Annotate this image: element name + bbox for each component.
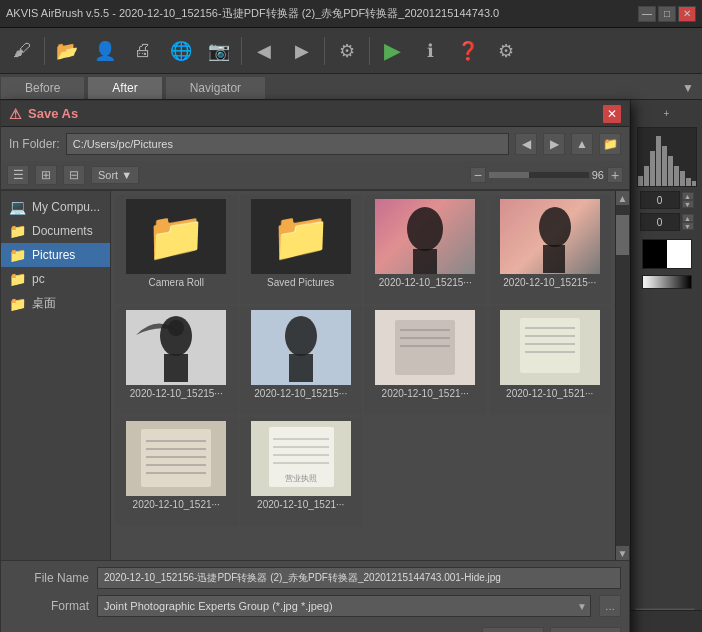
- tab-arrow[interactable]: ▼: [674, 77, 702, 99]
- view-grid-button[interactable]: ⊟: [63, 165, 85, 185]
- list-item[interactable]: 2020-12-10_1521···: [115, 417, 238, 526]
- sidebar-item-mycomputer[interactable]: 💻 My Compu...: [1, 195, 110, 219]
- right-panel: + ▲ ▼: [630, 100, 702, 632]
- view-list-button[interactable]: ☰: [7, 165, 29, 185]
- svg-point-2: [539, 207, 571, 247]
- sidebar-item-pc[interactable]: 📁 pc: [1, 267, 110, 291]
- list-item[interactable]: 2020-12-10_15215···: [364, 195, 487, 304]
- list-item[interactable]: 2020-12-10_15215···: [489, 195, 612, 304]
- file-thumbnail: 📁: [251, 199, 351, 274]
- list-item[interactable]: 2020-12-10_15215···: [115, 306, 238, 415]
- separator4: [369, 37, 370, 65]
- zoom-minus-button[interactable]: −: [470, 167, 486, 183]
- x-up-button[interactable]: ▲: [682, 192, 694, 200]
- color-preview[interactable]: [642, 239, 692, 269]
- scroll-track[interactable]: [616, 205, 630, 546]
- list-item[interactable]: 2020-12-10_1521···: [489, 306, 612, 415]
- tabs-bar: Before After Navigator ▼: [0, 74, 702, 100]
- action-buttons: Save Cancel: [482, 627, 621, 632]
- sidebar-item-pictures[interactable]: 📁 Pictures: [1, 243, 110, 267]
- file-name: 2020-12-10_1521···: [133, 499, 220, 510]
- y-input[interactable]: [640, 213, 680, 231]
- sidebar-item-documents[interactable]: 📁 Documents: [1, 219, 110, 243]
- scroll-down-button[interactable]: ▼: [616, 546, 630, 560]
- path-folder-button[interactable]: 📁: [599, 133, 621, 155]
- minimize-button[interactable]: —: [638, 6, 656, 22]
- warning-icon: ⚠: [9, 106, 22, 122]
- filename-input[interactable]: [97, 567, 621, 589]
- x-input[interactable]: [640, 191, 680, 209]
- bottom-area: File Name Format Joint Photographic Expe…: [1, 560, 629, 632]
- thumb-svg: [375, 199, 475, 274]
- open-icon[interactable]: 📂: [49, 33, 85, 69]
- list-item[interactable]: 2020-12-10_15215···: [240, 306, 363, 415]
- zoom-slider[interactable]: [489, 172, 589, 178]
- folder-thumb-icon: 📁: [146, 209, 206, 265]
- person-icon[interactable]: 👤: [87, 33, 123, 69]
- cancel-button[interactable]: Cancel: [550, 627, 621, 632]
- folder-icon: 📁: [9, 296, 26, 312]
- scroll-thumb[interactable]: [616, 215, 630, 255]
- sort-label: Sort: [98, 169, 118, 181]
- format-select-wrapper: Joint Photographic Experts Group (*.jpg …: [97, 595, 591, 617]
- spray-can-icon[interactable]: 🖌: [4, 33, 40, 69]
- print-icon[interactable]: 🖨: [125, 33, 161, 69]
- globe-icon[interactable]: 🌐: [163, 33, 199, 69]
- separator2: [241, 37, 242, 65]
- format-extra-button[interactable]: …: [599, 595, 621, 617]
- scrollbar[interactable]: ▲ ▼: [615, 191, 629, 560]
- path-forward-button[interactable]: ▶: [543, 133, 565, 155]
- zoom-plus-button[interactable]: +: [607, 167, 623, 183]
- list-item[interactable]: 📁 Camera Roll: [115, 195, 238, 304]
- file-grid: 📁 Camera Roll 📁 Saved Pictures: [111, 191, 615, 530]
- tab-after[interactable]: After: [87, 76, 162, 99]
- sort-button[interactable]: Sort ▼: [91, 166, 139, 184]
- right-panel-label: +: [664, 108, 670, 119]
- control-row-1: ▲ ▼: [640, 191, 694, 209]
- format-label: Format: [9, 599, 89, 613]
- svg-text:营业执照: 营业执照: [285, 474, 317, 483]
- show-options-row: ▶ Show Options Save Cancel: [9, 623, 621, 632]
- control-row-2: ▲ ▼: [640, 213, 694, 231]
- thumb-svg: [375, 310, 475, 385]
- file-name: 2020-12-10_15215···: [130, 388, 223, 399]
- window-controls[interactable]: — □ ✕: [638, 6, 696, 22]
- separator3: [324, 37, 325, 65]
- file-name: 2020-12-10_1521···: [257, 499, 344, 510]
- dialog-titlebar: ⚠ Save As ✕: [1, 101, 629, 127]
- gear-icon[interactable]: ⚙: [488, 33, 524, 69]
- list-item[interactable]: 📁 Saved Pictures: [240, 195, 363, 304]
- camera-icon[interactable]: 📷: [201, 33, 237, 69]
- sidebar-item-desktop[interactable]: 📁 桌面: [1, 291, 110, 316]
- forward-icon[interactable]: ▶: [284, 33, 320, 69]
- save-button[interactable]: Save: [482, 627, 543, 632]
- settings-icon[interactable]: ⚙: [329, 33, 365, 69]
- svg-rect-1: [413, 249, 437, 274]
- path-up-button[interactable]: ▲: [571, 133, 593, 155]
- svg-rect-23: [141, 429, 211, 487]
- view-details-button[interactable]: ⊞: [35, 165, 57, 185]
- file-thumbnail: [126, 421, 226, 496]
- info-icon[interactable]: ℹ: [412, 33, 448, 69]
- play-icon[interactable]: ▶: [374, 33, 410, 69]
- path-input[interactable]: [66, 133, 509, 155]
- filename-label: File Name: [9, 571, 89, 585]
- help-icon[interactable]: ❓: [450, 33, 486, 69]
- back-icon[interactable]: ◀: [246, 33, 282, 69]
- scroll-up-button[interactable]: ▲: [616, 191, 630, 205]
- thumb-svg: [500, 199, 600, 274]
- x-down-button[interactable]: ▼: [682, 200, 694, 208]
- path-back-button[interactable]: ◀: [515, 133, 537, 155]
- format-select[interactable]: Joint Photographic Experts Group (*.jpg …: [97, 595, 591, 617]
- filename-row: File Name: [9, 567, 621, 589]
- dialog-close-button[interactable]: ✕: [603, 105, 621, 123]
- tab-navigator[interactable]: Navigator: [165, 76, 266, 99]
- list-item[interactable]: 营业执照 2020-12-10_1521···: [240, 417, 363, 526]
- right-panel-top: + ▲ ▼: [631, 100, 702, 604]
- tab-before[interactable]: Before: [0, 76, 85, 99]
- list-item[interactable]: 2020-12-10_1521···: [364, 306, 487, 415]
- y-down-button[interactable]: ▼: [682, 222, 694, 230]
- maximize-button[interactable]: □: [658, 6, 676, 22]
- y-up-button[interactable]: ▲: [682, 214, 694, 222]
- close-button[interactable]: ✕: [678, 6, 696, 22]
